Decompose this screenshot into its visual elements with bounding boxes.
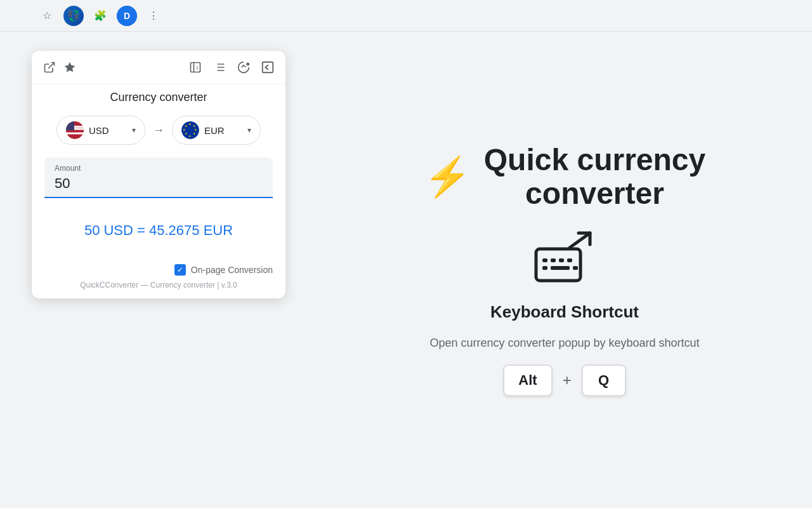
puzzle-icon[interactable]: 🧩 <box>91 7 109 25</box>
from-currency-code: USD <box>89 125 127 136</box>
svg-rect-32 <box>551 258 556 262</box>
on-page-row: ✓ On-page Conversion <box>174 264 273 276</box>
svg-rect-1 <box>191 63 200 72</box>
from-currency-dropdown-arrow: ▾ <box>132 126 136 135</box>
svg-rect-15 <box>66 130 84 132</box>
key-combo: Alt + Q <box>503 364 625 396</box>
to-currency-dropdown-arrow: ▾ <box>247 126 251 135</box>
svg-line-0 <box>48 63 54 69</box>
svg-point-10 <box>246 63 249 66</box>
currency-extension-icon[interactable]: 💱 <box>63 6 84 26</box>
svg-text:1: 1 <box>196 65 199 70</box>
version-text: QuickCConverter — Currency converter | v… <box>44 281 273 290</box>
lightning-icon: ⚡ <box>424 158 471 196</box>
view-single-icon[interactable]: 1 <box>188 60 203 75</box>
view-list-icon[interactable] <box>212 60 227 75</box>
toolbar-right-group: 1 <box>188 60 275 75</box>
amount-input[interactable] <box>55 175 263 192</box>
svg-line-38 <box>570 233 590 248</box>
svg-rect-36 <box>551 266 570 270</box>
svg-rect-34 <box>567 258 572 262</box>
keyboard-shortcut-icon <box>533 230 596 290</box>
shortcut-description: Open currency converter popup by keyboar… <box>429 335 699 352</box>
currency-direction-arrow: → <box>153 124 164 137</box>
from-currency-select[interactable]: USD ▾ <box>56 116 145 145</box>
popup-footer: ✓ On-page Conversion QuickCConverter — C… <box>32 258 285 298</box>
amount-field-wrapper: Amount <box>44 157 273 198</box>
app-title: Quick currency converter <box>484 144 706 211</box>
svg-rect-33 <box>559 258 564 262</box>
amount-label: Amount <box>55 164 263 173</box>
favorite-icon[interactable] <box>62 60 77 75</box>
browser-icons: ☆ 💱 🧩 ⋮ <box>38 6 162 26</box>
browser-bar: ☆ 💱 🧩 ⋮ <box>0 0 812 32</box>
keyboard-shortcut-title: Keyboard Shortcut <box>490 302 639 322</box>
to-currency-select[interactable]: ★ ★ ★ ★ ★ ★ ★ ★ EUR ▾ <box>172 116 261 145</box>
currency-row: USD ▾ → ★ ★ ★ ★ <box>32 116 285 157</box>
to-currency-code: EUR <box>204 125 242 136</box>
more-menu-icon[interactable]: ⋮ <box>145 7 162 25</box>
q-key: Q <box>582 364 626 396</box>
on-page-label: On-page Conversion <box>191 265 273 275</box>
svg-rect-37 <box>573 266 578 270</box>
on-page-checkbox[interactable]: ✓ <box>174 264 186 276</box>
svg-rect-12 <box>263 62 273 73</box>
back-icon[interactable] <box>260 60 275 75</box>
keyboard-section: Keyboard Shortcut Open currency converte… <box>429 230 699 396</box>
svg-rect-31 <box>542 258 547 262</box>
left-panel: 1 <box>0 32 317 508</box>
svg-rect-19 <box>66 121 74 130</box>
svg-rect-35 <box>542 266 547 270</box>
popup-toolbar: 1 <box>32 51 285 84</box>
popup-card: 1 <box>32 51 285 298</box>
open-external-icon[interactable] <box>42 60 57 75</box>
from-currency-flag <box>66 121 84 139</box>
right-panel: ⚡ Quick currency converter <box>317 32 812 508</box>
alt-key: Alt <box>503 364 552 396</box>
profile-avatar[interactable] <box>117 6 137 26</box>
app-title-row: ⚡ Quick currency converter <box>424 144 706 211</box>
svg-rect-16 <box>66 133 84 135</box>
conversion-result: 50 USD = 45.2675 EUR <box>32 203 285 258</box>
star-icon[interactable]: ☆ <box>38 7 56 25</box>
popup-title: Currency converter <box>32 84 285 116</box>
to-currency-flag: ★ ★ ★ ★ ★ ★ ★ ★ <box>181 121 199 139</box>
sync-icon[interactable]: i <box>236 60 251 75</box>
plus-sign: + <box>563 371 572 389</box>
main-content: 1 <box>0 32 812 508</box>
svg-rect-30 <box>536 249 580 281</box>
